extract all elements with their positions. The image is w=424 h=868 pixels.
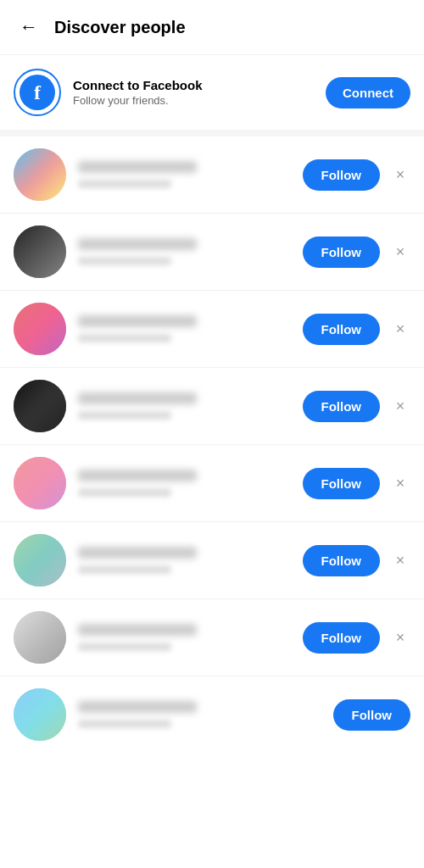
person-actions: Follow × — [303, 159, 411, 191]
page-title: Discover people — [54, 18, 186, 37]
follow-button[interactable]: Follow — [303, 159, 381, 191]
dismiss-button[interactable]: × — [390, 550, 410, 570]
person-info — [78, 624, 291, 651]
facebook-banner: f Connect to Facebook Follow your friend… — [0, 55, 424, 136]
connect-button[interactable]: Connect — [326, 77, 410, 108]
person-actions: Follow × — [303, 545, 411, 576]
back-button[interactable]: ← — [14, 12, 44, 42]
person-name — [78, 315, 197, 327]
facebook-title: Connect to Facebook — [73, 78, 314, 92]
facebook-icon-wrapper: f — [14, 69, 61, 116]
list-item: Follow × — [0, 522, 424, 599]
avatar — [14, 225, 66, 278]
person-subtitle — [78, 334, 171, 342]
follow-button[interactable]: Follow — [303, 236, 381, 268]
follow-button[interactable]: Follow — [303, 622, 381, 654]
person-info — [78, 470, 291, 497]
list-item: Follow × — [0, 214, 424, 291]
list-item: Follow × — [0, 136, 424, 214]
person-subtitle — [78, 643, 171, 651]
list-item: Follow × — [0, 291, 424, 368]
avatar — [14, 688, 66, 741]
dismiss-button[interactable]: × — [390, 396, 410, 416]
person-name — [78, 547, 197, 559]
person-actions: Follow × — [303, 314, 411, 345]
person-name — [78, 470, 197, 481]
dismiss-button[interactable]: × — [390, 164, 410, 185]
person-actions: Follow × — [303, 236, 411, 268]
list-item: Follow × — [0, 368, 424, 445]
list-item: Follow — [0, 676, 424, 753]
facebook-subtitle: Follow your friends. — [73, 94, 314, 107]
dismiss-button[interactable]: × — [390, 473, 410, 493]
person-actions: Follow — [333, 699, 411, 731]
dismiss-button[interactable]: × — [390, 242, 410, 262]
person-info — [78, 547, 291, 574]
avatar — [14, 380, 66, 432]
avatar — [14, 611, 66, 664]
follow-button[interactable]: Follow — [333, 699, 411, 731]
person-subtitle — [78, 720, 171, 728]
person-info — [78, 392, 291, 420]
follow-button[interactable]: Follow — [303, 391, 381, 422]
person-name — [78, 161, 197, 173]
person-actions: Follow × — [303, 391, 411, 422]
person-actions: Follow × — [303, 622, 411, 654]
person-subtitle — [78, 565, 171, 574]
person-info — [78, 701, 321, 728]
follow-button[interactable]: Follow — [303, 545, 381, 576]
person-subtitle — [78, 180, 171, 188]
facebook-text: Connect to Facebook Follow your friends. — [73, 78, 314, 107]
follow-button[interactable]: Follow — [303, 468, 381, 499]
dismiss-button[interactable]: × — [390, 319, 410, 339]
person-subtitle — [78, 257, 171, 265]
header: ← Discover people — [0, 0, 424, 55]
person-info — [78, 315, 291, 342]
person-name — [78, 392, 197, 404]
person-subtitle — [78, 488, 171, 497]
dismiss-button[interactable]: × — [390, 627, 410, 648]
avatar — [14, 148, 66, 201]
avatar — [14, 303, 66, 355]
person-actions: Follow × — [303, 468, 411, 499]
person-info — [78, 161, 291, 188]
list-item: Follow × — [0, 599, 424, 676]
people-list: Follow × Follow × Follow × — [0, 136, 424, 753]
person-subtitle — [78, 411, 171, 420]
person-name — [78, 238, 197, 250]
avatar — [14, 534, 66, 587]
person-info — [78, 238, 291, 265]
person-name — [78, 624, 197, 636]
back-arrow-icon: ← — [20, 16, 38, 38]
list-item: Follow × — [0, 445, 424, 522]
person-name — [78, 701, 197, 713]
follow-button[interactable]: Follow — [303, 314, 381, 345]
avatar — [14, 457, 66, 509]
facebook-icon: f — [20, 75, 55, 110]
